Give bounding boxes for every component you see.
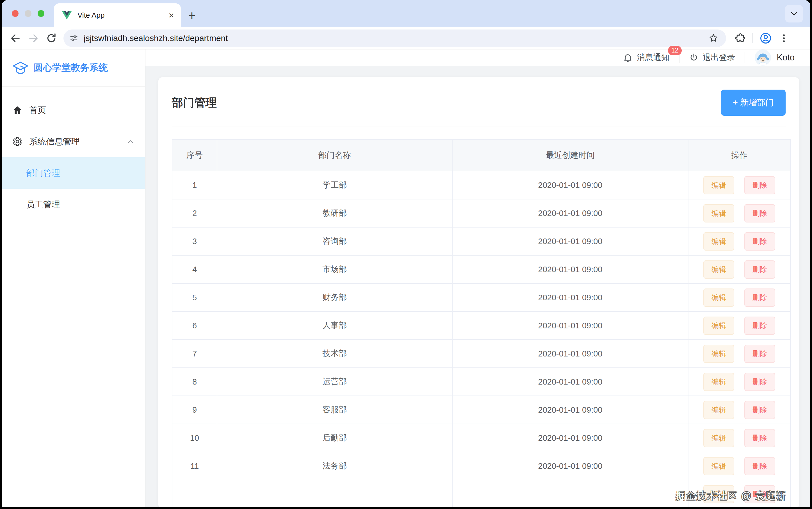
- bookmark-star-icon[interactable]: [708, 33, 719, 43]
- column-header-index: 序号: [172, 140, 217, 171]
- edit-button[interactable]: 编辑: [703, 316, 734, 335]
- url-bar[interactable]: jsjtswfniadh.sealoshzh.site/department: [64, 30, 726, 47]
- url-text[interactable]: jsjtswfniadh.sealoshzh.site/department: [84, 33, 703, 43]
- row-index: 2: [172, 199, 217, 227]
- page-content: 部门管理 + 新增部门 序号 部门名称 最近创建时间 操作: [145, 66, 810, 507]
- delete-button[interactable]: 删除: [744, 457, 775, 475]
- logout-button[interactable]: 退出登录: [689, 52, 735, 63]
- reload-button[interactable]: [44, 31, 59, 46]
- browser-toolbar: jsjtswfniadh.sealoshzh.site/department: [2, 27, 810, 49]
- row-time: [452, 480, 688, 507]
- delete-button[interactable]: 删除: [744, 232, 775, 250]
- row-actions: 编辑 删除: [688, 340, 790, 368]
- edit-button[interactable]: 编辑: [703, 289, 734, 307]
- row-actions: 编辑 删除: [688, 368, 790, 396]
- profile-icon[interactable]: [759, 32, 772, 45]
- row-index: 6: [172, 311, 217, 340]
- table-row: 8 运营部 2020-01-01 09:00 编辑 删除: [172, 368, 790, 396]
- minimize-window-button[interactable]: [25, 10, 31, 17]
- sidebar: 圆心学堂教务系统 首页 系统信息管理 部门管理 员工管理: [2, 49, 145, 507]
- sidebar-item-employee[interactable]: 员工管理: [2, 189, 145, 220]
- delete-button[interactable]: 删除: [744, 401, 775, 419]
- edit-button[interactable]: 编辑: [703, 373, 734, 391]
- table-row: 9 客服部 2020-01-01 09:00 编辑 删除: [172, 396, 790, 424]
- row-actions: 编辑 删除: [688, 199, 790, 227]
- row-index: 4: [172, 256, 217, 283]
- edit-button[interactable]: 编辑: [703, 429, 734, 447]
- delete-button[interactable]: 删除: [744, 176, 775, 194]
- row-time: 2020-01-01 09:00: [452, 227, 688, 256]
- extensions-icon[interactable]: [735, 33, 746, 44]
- app-header: 消息通知 12 退出登录: [145, 49, 810, 66]
- vue-favicon-icon: [62, 11, 72, 20]
- edit-button[interactable]: 编辑: [703, 232, 734, 250]
- table-row: 6 人事部 2020-01-01 09:00 编辑 删除: [172, 311, 790, 340]
- home-icon: [12, 105, 23, 115]
- sidebar-menu: 首页 系统信息管理 部门管理 员工管理: [2, 87, 145, 220]
- edit-button[interactable]: 编辑: [703, 345, 734, 363]
- edit-button[interactable]: 编辑: [703, 261, 734, 279]
- edit-button[interactable]: 编辑: [703, 176, 734, 194]
- tab-search-button[interactable]: [785, 5, 803, 23]
- add-department-button[interactable]: + 新增部门: [721, 90, 786, 116]
- notifications-button[interactable]: 消息通知 12: [623, 52, 669, 63]
- browser-tab[interactable]: Vite App ×: [54, 3, 181, 27]
- row-name: [217, 480, 452, 507]
- edit-button[interactable]: 编辑: [703, 401, 734, 419]
- edit-button[interactable]: 编辑: [703, 204, 734, 223]
- sidebar-item-label: 首页: [29, 104, 46, 116]
- tab-close-icon[interactable]: ×: [169, 10, 174, 20]
- username: Koto: [777, 53, 795, 63]
- forward-button[interactable]: [26, 31, 41, 46]
- column-header-name: 部门名称: [217, 140, 452, 171]
- table-header-row: 序号 部门名称 最近创建时间 操作: [172, 140, 790, 171]
- table-row: 1 学工部 2020-01-01 09:00 编辑 删除: [172, 171, 790, 199]
- new-tab-button[interactable]: +: [188, 9, 196, 22]
- row-actions: 编辑 删除: [688, 227, 790, 256]
- delete-button[interactable]: 删除: [744, 316, 775, 335]
- delete-button[interactable]: 删除: [744, 204, 775, 223]
- menu-dots-icon[interactable]: [778, 33, 789, 44]
- chevron-down-icon: [789, 9, 799, 19]
- notifications-badge: 12: [668, 46, 682, 55]
- sidebar-item-system-info[interactable]: 系统信息管理: [2, 126, 145, 157]
- delete-button[interactable]: 删除: [744, 373, 775, 391]
- user-menu[interactable]: Koto: [755, 49, 795, 66]
- delete-button[interactable]: 删除: [744, 429, 775, 447]
- row-name: 法务部: [217, 452, 452, 480]
- row-name: 咨询部: [217, 227, 452, 256]
- row-actions: 编辑 删除: [688, 171, 790, 199]
- sidebar-item-department[interactable]: 部门管理: [2, 157, 145, 189]
- row-actions: 编辑 删除: [688, 283, 790, 311]
- close-window-button[interactable]: [12, 10, 19, 17]
- row-index: [172, 480, 217, 507]
- zoom-window-button[interactable]: [38, 10, 44, 17]
- forward-arrow-icon: [28, 33, 39, 44]
- page-title: 部门管理: [172, 95, 217, 110]
- row-index: 3: [172, 227, 217, 256]
- row-time: 2020-01-01 09:00: [452, 311, 688, 340]
- edit-button[interactable]: 编辑: [703, 485, 734, 503]
- row-actions: 编辑 删除: [688, 396, 790, 424]
- delete-button[interactable]: 删除: [744, 485, 775, 503]
- table-row: 5 财务部 2020-01-01 09:00 编辑 删除: [172, 283, 790, 311]
- sidebar-item-home[interactable]: 首页: [2, 94, 145, 126]
- back-button[interactable]: [8, 31, 23, 46]
- chevron-up-icon: [127, 138, 135, 145]
- row-name: 运营部: [217, 368, 452, 396]
- back-arrow-icon: [10, 33, 21, 44]
- row-actions: 编辑 删除: [688, 256, 790, 283]
- gear-icon: [12, 137, 23, 147]
- delete-button[interactable]: 删除: [744, 345, 775, 363]
- row-actions: 编辑 删除: [688, 452, 790, 480]
- delete-button[interactable]: 删除: [744, 289, 775, 307]
- edit-button[interactable]: 编辑: [703, 457, 734, 475]
- row-index: 7: [172, 340, 217, 368]
- column-header-actions: 操作: [688, 140, 790, 171]
- row-time: 2020-01-01 09:00: [452, 396, 688, 424]
- sidebar-item-label: 系统信息管理: [29, 136, 120, 147]
- delete-button[interactable]: 删除: [744, 261, 775, 279]
- sidebar-item-label: 员工管理: [26, 199, 60, 210]
- site-settings-icon[interactable]: [69, 33, 79, 43]
- app-title: 圆心学堂教务系统: [34, 62, 108, 74]
